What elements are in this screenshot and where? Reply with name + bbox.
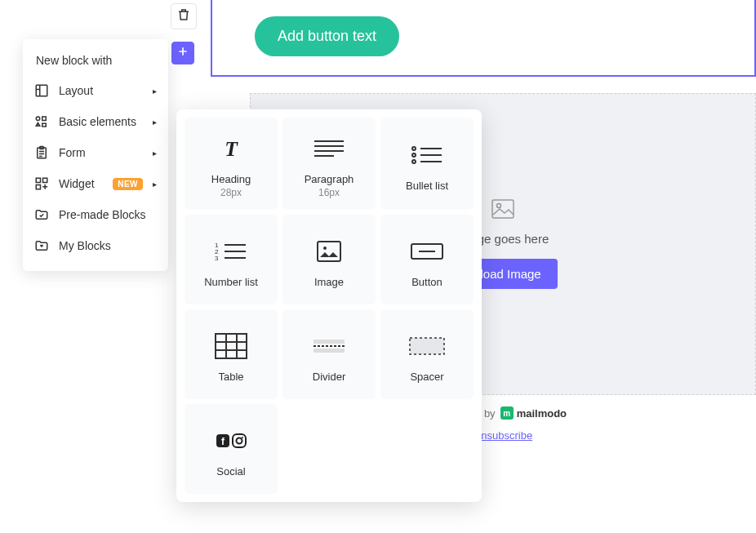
svg-rect-22 bbox=[314, 340, 345, 344]
trash-icon bbox=[176, 7, 191, 25]
element-label: Spacer bbox=[410, 371, 443, 383]
menu-label: Pre-made Blocks bbox=[59, 208, 157, 221]
svg-rect-5 bbox=[42, 123, 47, 127]
svg-point-29 bbox=[242, 437, 243, 438]
brand-name: mailmodo bbox=[517, 407, 567, 420]
element-sublabel: 28px bbox=[220, 187, 242, 198]
menu-item-layout[interactable]: Layout ▸ bbox=[23, 75, 168, 106]
element-button[interactable]: Button bbox=[380, 215, 474, 304]
plus-icon bbox=[176, 45, 189, 61]
divider-icon bbox=[313, 330, 345, 362]
add-block-button[interactable] bbox=[171, 42, 194, 64]
menu-label: Layout bbox=[59, 84, 143, 97]
element-divider[interactable]: Divider bbox=[282, 309, 376, 399]
svg-rect-10 bbox=[36, 185, 40, 189]
element-paragraph[interactable]: Paragraph 16px bbox=[282, 118, 376, 210]
svg-rect-0 bbox=[492, 200, 514, 218]
shapes-icon bbox=[34, 114, 49, 129]
svg-rect-8 bbox=[36, 178, 40, 182]
svg-rect-18 bbox=[318, 242, 340, 261]
cta-button[interactable]: Add button text bbox=[255, 16, 399, 56]
menu-label: Widget bbox=[59, 177, 103, 190]
element-number-list[interactable]: 123 Number list bbox=[185, 215, 278, 304]
image-placeholder-icon bbox=[491, 199, 514, 222]
element-social[interactable]: f Social bbox=[185, 404, 278, 494]
widget-icon bbox=[34, 176, 49, 191]
menu-title: New block with bbox=[23, 54, 168, 75]
heading-icon: T bbox=[220, 132, 242, 165]
social-icon: f bbox=[215, 424, 247, 457]
svg-point-14 bbox=[412, 160, 416, 163]
svg-rect-4 bbox=[42, 117, 47, 121]
new-badge: NEW bbox=[113, 178, 143, 190]
delete-button[interactable] bbox=[171, 3, 197, 29]
svg-rect-21 bbox=[216, 334, 247, 358]
brand-logo[interactable]: m mailmodo bbox=[500, 406, 567, 420]
unsubscribe-link[interactable]: Unsubscribe bbox=[474, 429, 532, 442]
chevron-right-icon: ▸ bbox=[153, 149, 157, 158]
element-label: Table bbox=[218, 371, 243, 383]
clipboard-icon bbox=[34, 145, 49, 160]
menu-label: Basic elements bbox=[59, 115, 143, 128]
element-image[interactable]: Image bbox=[282, 215, 376, 304]
chevron-right-icon: ▸ bbox=[153, 87, 157, 95]
number-list-icon: 123 bbox=[215, 235, 247, 268]
svg-rect-24 bbox=[410, 338, 444, 354]
element-label: Bullet list bbox=[406, 180, 448, 192]
svg-rect-27 bbox=[233, 434, 246, 447]
element-sublabel: 16px bbox=[318, 187, 340, 198]
chevron-right-icon: ▸ bbox=[153, 118, 157, 127]
menu-item-form[interactable]: Form ▸ bbox=[23, 137, 168, 168]
element-label: Button bbox=[411, 276, 442, 288]
chevron-right-icon: ▸ bbox=[153, 180, 157, 189]
svg-point-28 bbox=[237, 438, 242, 443]
bullet-list-icon bbox=[411, 139, 443, 171]
basic-elements-grid: T Heading 28px Paragraph 16px Bullet lis… bbox=[176, 109, 482, 502]
button-icon bbox=[411, 235, 443, 268]
svg-point-12 bbox=[412, 147, 416, 150]
menu-label: My Blocks bbox=[59, 239, 157, 252]
element-table[interactable]: Table bbox=[185, 309, 278, 399]
element-bullet-list[interactable]: Bullet list bbox=[380, 118, 474, 210]
image-icon bbox=[317, 235, 341, 268]
element-label: Divider bbox=[313, 371, 345, 383]
element-heading[interactable]: T Heading 28px bbox=[185, 118, 278, 210]
menu-item-my-blocks[interactable]: My Blocks bbox=[23, 230, 168, 261]
element-label: Heading bbox=[211, 173, 251, 185]
brand-logo-mark: m bbox=[500, 406, 514, 420]
svg-rect-2 bbox=[36, 85, 47, 96]
element-label: Paragraph bbox=[305, 173, 354, 185]
svg-text:3: 3 bbox=[215, 255, 219, 261]
folder-icon bbox=[34, 207, 49, 222]
folder-heart-icon bbox=[34, 238, 49, 253]
svg-point-13 bbox=[412, 153, 416, 157]
menu-item-premade-blocks[interactable]: Pre-made Blocks bbox=[23, 199, 168, 230]
menu-item-widget[interactable]: Widget NEW ▸ bbox=[23, 168, 168, 199]
menu-item-basic-elements[interactable]: Basic elements ▸ bbox=[23, 106, 168, 137]
layout-icon bbox=[34, 83, 49, 98]
paragraph-icon bbox=[313, 132, 345, 165]
svg-point-19 bbox=[323, 247, 327, 250]
svg-rect-23 bbox=[314, 349, 345, 353]
menu-label: Form bbox=[59, 146, 143, 159]
svg-point-1 bbox=[497, 204, 501, 208]
element-spacer[interactable]: Spacer bbox=[380, 309, 474, 399]
new-block-menu: New block with Layout ▸ Basic elements ▸… bbox=[23, 39, 168, 271]
element-label: Social bbox=[216, 465, 245, 477]
svg-text:T: T bbox=[225, 137, 238, 160]
svg-rect-9 bbox=[43, 178, 47, 182]
selected-block[interactable]: Add button text bbox=[211, 0, 756, 77]
element-label: Number list bbox=[204, 276, 258, 288]
table-icon bbox=[215, 330, 247, 362]
svg-point-3 bbox=[36, 117, 40, 121]
element-label: Image bbox=[314, 276, 344, 288]
spacer-icon bbox=[409, 330, 445, 362]
